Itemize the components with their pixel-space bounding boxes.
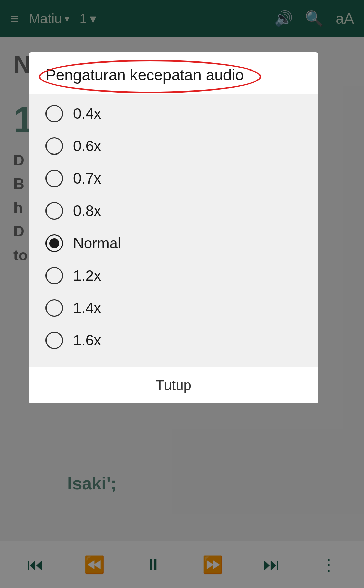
- speed-option-label: 1.6x: [73, 332, 101, 349]
- speed-option-Normal[interactable]: Normal: [46, 227, 302, 259]
- speed-option-06x[interactable]: 0.6x: [46, 130, 302, 162]
- speed-option-label: Normal: [73, 235, 121, 252]
- speed-option-12x[interactable]: 1.2x: [46, 259, 302, 292]
- radio-inner-dot: [49, 238, 59, 248]
- radio-circle: [46, 170, 63, 187]
- speed-option-16x[interactable]: 1.6x: [46, 324, 302, 357]
- speed-option-label: 0.7x: [73, 170, 101, 187]
- speed-option-14x[interactable]: 1.4x: [46, 292, 302, 324]
- dialog-footer[interactable]: Tutup: [29, 367, 318, 403]
- radio-circle: [46, 105, 63, 122]
- dialog-options-list: 0.4x0.6x0.7x0.8xNormal1.2x1.4x1.6x: [29, 94, 318, 367]
- speed-option-07x[interactable]: 0.7x: [46, 162, 302, 195]
- close-button[interactable]: Tutup: [156, 377, 191, 393]
- dialog-title: Pengaturan kecepatan audio: [46, 66, 244, 84]
- radio-circle: [46, 202, 63, 220]
- speed-option-label: 0.4x: [73, 105, 101, 122]
- radio-circle: [46, 137, 63, 155]
- speed-option-label: 1.4x: [73, 300, 101, 316]
- speed-option-04x[interactable]: 0.4x: [46, 97, 302, 130]
- speed-option-label: 0.8x: [73, 202, 101, 219]
- speed-option-label: 1.2x: [73, 267, 101, 284]
- radio-circle: [46, 299, 63, 317]
- dialog-header: Pengaturan kecepatan audio: [29, 52, 318, 94]
- radio-circle: [46, 234, 63, 252]
- audio-speed-dialog: Pengaturan kecepatan audio 0.4x0.6x0.7x0…: [29, 52, 318, 403]
- speed-option-08x[interactable]: 0.8x: [46, 195, 302, 227]
- radio-circle: [46, 332, 63, 349]
- speed-option-label: 0.6x: [73, 138, 101, 155]
- radio-circle: [46, 267, 63, 284]
